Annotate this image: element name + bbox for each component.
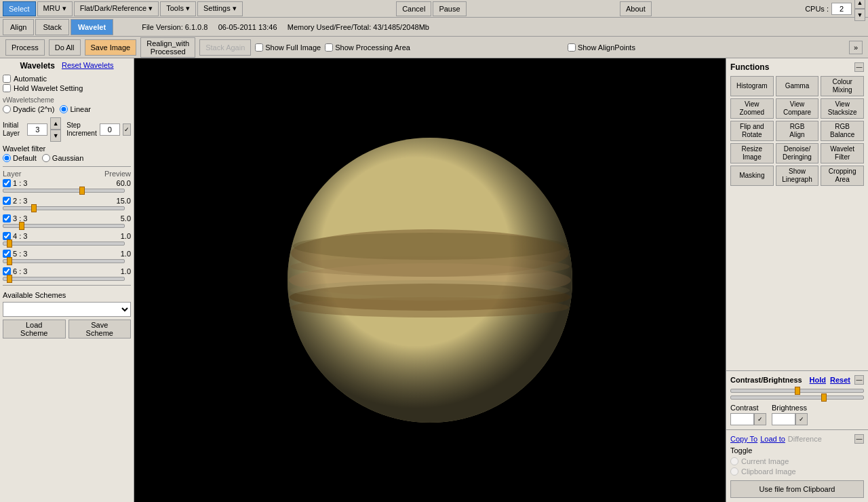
brightness-input[interactable]: 0 xyxy=(772,413,795,425)
initial-layer-input[interactable] xyxy=(27,123,47,136)
about-button[interactable]: About xyxy=(620,1,652,16)
divider1 xyxy=(3,166,131,167)
copy-tabs: Copy To Load to Difference xyxy=(730,435,822,443)
layer-slider-4[interactable] xyxy=(3,242,125,246)
image-area xyxy=(134,58,726,502)
layer-slider-2[interactable] xyxy=(3,206,125,210)
saveimage-button[interactable]: Save Image xyxy=(85,39,137,56)
func-btn-6[interactable]: Flip and Rotate xyxy=(730,121,774,141)
cpu-down[interactable]: ▼ xyxy=(854,9,865,21)
flat-button[interactable]: Flat/Dark/Reference ▾ xyxy=(74,1,159,16)
tab-align[interactable]: Align xyxy=(3,19,34,35)
layer-slider-1[interactable] xyxy=(3,189,125,193)
stackagain-button[interactable]: Stack Again xyxy=(199,39,251,56)
load-scheme-button[interactable]: LoadScheme xyxy=(3,320,66,339)
linear-radio[interactable]: Linear xyxy=(60,105,91,113)
cpu-input[interactable] xyxy=(831,3,852,15)
contrast-thumb2[interactable] xyxy=(821,393,827,402)
settings-button[interactable]: Settings ▾ xyxy=(197,1,243,16)
func-btn-10[interactable]: Denoise/ Deringing xyxy=(776,143,819,163)
layer-checkbox-2[interactable]: 2 : 3 xyxy=(3,197,27,205)
step-input[interactable] xyxy=(100,123,120,136)
layer-row-2: 2 : 3 15.0 xyxy=(3,197,131,210)
func-btn-2[interactable]: Colour Mixing xyxy=(821,76,864,96)
default-radio[interactable]: Default xyxy=(3,154,37,162)
realign-button[interactable]: Realign_with Processed xyxy=(140,37,195,58)
layer-thumb-3[interactable] xyxy=(19,222,24,230)
tools-button[interactable]: Tools ▾ xyxy=(160,1,196,16)
load-to-tab[interactable]: Load to xyxy=(760,435,785,443)
reset-label[interactable]: Reset xyxy=(830,376,850,384)
cpu-label: CPUs : xyxy=(805,5,829,13)
doall-button[interactable]: Do All xyxy=(49,39,81,56)
expand-button[interactable]: » xyxy=(849,41,863,54)
func-grid: HistogramGammaColour MixingView ZoomedVi… xyxy=(730,76,864,186)
layer-thumb-1[interactable] xyxy=(79,187,85,195)
schemes-select[interactable] xyxy=(3,302,131,317)
showalign-checkbox[interactable]: Show AlignPoints xyxy=(568,43,635,52)
current-image-radio[interactable]: Current Image xyxy=(730,457,864,465)
cpu-up[interactable]: ▲ xyxy=(854,0,865,9)
hold-label[interactable]: Hold xyxy=(810,376,826,384)
layer-slider-6[interactable] xyxy=(3,277,125,281)
layer-thumb-6[interactable] xyxy=(7,275,12,283)
panel-header: Wavelets Reset Wavelets xyxy=(3,61,131,71)
contrast-fields: Contrast 100 ✓ Brightness 0 ✓ xyxy=(730,404,864,425)
func-btn-9[interactable]: Resize Image xyxy=(730,143,774,163)
func-btn-13[interactable]: Show Linegraph xyxy=(776,166,819,186)
layer-thumb-4[interactable] xyxy=(7,239,12,248)
main-area: Wavelets Reset Wavelets Automatic Hold W… xyxy=(0,58,868,502)
func-btn-7[interactable]: RGB Align xyxy=(776,121,819,141)
func-btn-14[interactable]: Cropping Area xyxy=(821,166,864,186)
func-btn-3[interactable]: View Zoomed xyxy=(730,98,774,119)
save-scheme-button[interactable]: SaveScheme xyxy=(68,320,132,339)
func-btn-4[interactable]: View Compare xyxy=(776,98,819,119)
func-btn-11[interactable]: Wavelet Filter xyxy=(821,143,864,163)
layer-checkbox-1[interactable]: 1 : 3 xyxy=(3,179,27,187)
tab-stack[interactable]: Stack xyxy=(35,19,69,35)
contrast-track2 xyxy=(730,395,864,400)
layer-thumb-2[interactable] xyxy=(31,204,37,212)
copy-minimize[interactable]: — xyxy=(854,434,864,444)
difference-tab[interactable]: Difference xyxy=(788,435,822,443)
contrast-minimize[interactable]: — xyxy=(854,375,864,385)
automatic-checkbox[interactable]: Automatic xyxy=(3,75,131,83)
holdwavelet-checkbox[interactable]: Hold Wavelet Setting xyxy=(3,84,131,92)
process-button[interactable]: Process xyxy=(5,39,45,56)
initial-layer-up[interactable]: ▲ xyxy=(50,117,61,130)
func-btn-8[interactable]: RGB Balance xyxy=(821,121,864,141)
functions-minimize[interactable]: — xyxy=(854,62,864,72)
initial-layer-down[interactable]: ▼ xyxy=(50,130,61,142)
wavelets-tab[interactable]: Wavelets xyxy=(20,61,55,71)
tab-wavelet[interactable]: Wavelet xyxy=(71,19,113,35)
gaussian-radio[interactable]: Gaussian xyxy=(42,154,83,162)
layer-slider-3[interactable] xyxy=(3,224,125,228)
func-btn-12[interactable]: Masking xyxy=(730,166,774,186)
cancel-button[interactable]: Cancel xyxy=(396,1,431,16)
brightness-spinbtn[interactable]: ✓ xyxy=(795,413,808,425)
step-label: StepIncrement xyxy=(66,121,96,138)
contrast-thumb1[interactable] xyxy=(795,387,800,395)
step-button[interactable]: ✓ xyxy=(123,123,131,136)
schemes-section: Available Schemes LoadScheme SaveScheme xyxy=(3,291,131,339)
reset-wavelets-btn[interactable]: Reset Wavelets xyxy=(62,61,114,71)
select-button[interactable]: Select xyxy=(3,1,36,16)
pause-button[interactable]: Pause xyxy=(433,1,466,16)
contrast-input[interactable]: 100 xyxy=(730,413,754,425)
func-btn-5[interactable]: View Stacksize xyxy=(821,98,864,119)
use-clipboard-button[interactable]: Use file from Clipboard xyxy=(730,480,864,498)
showfull-checkbox[interactable]: Show Full Image xyxy=(255,43,321,52)
clipboard-image-radio[interactable]: Clipboard Image xyxy=(730,467,864,476)
dyadic-radio[interactable]: Dyadic (2^n) xyxy=(3,105,54,113)
layer-thumb-5[interactable] xyxy=(7,257,12,265)
showprocessing-checkbox[interactable]: Show Processing Area xyxy=(325,43,410,52)
func-btn-0[interactable]: Histogram xyxy=(730,76,774,96)
waveletscheme-section: vWaveletscheme Dyadic (2^n) Linear xyxy=(3,96,131,113)
filter-label: Wavelet filter xyxy=(3,144,131,153)
func-btn-1[interactable]: Gamma xyxy=(776,76,819,96)
copy-to-tab[interactable]: Copy To xyxy=(730,435,757,443)
layer-slider-5[interactable] xyxy=(3,259,125,263)
contrast-spinbtn[interactable]: ✓ xyxy=(754,413,766,425)
initial-layer-label: InitialLayer xyxy=(3,121,24,138)
mru-button[interactable]: MRU ▾ xyxy=(37,1,73,16)
